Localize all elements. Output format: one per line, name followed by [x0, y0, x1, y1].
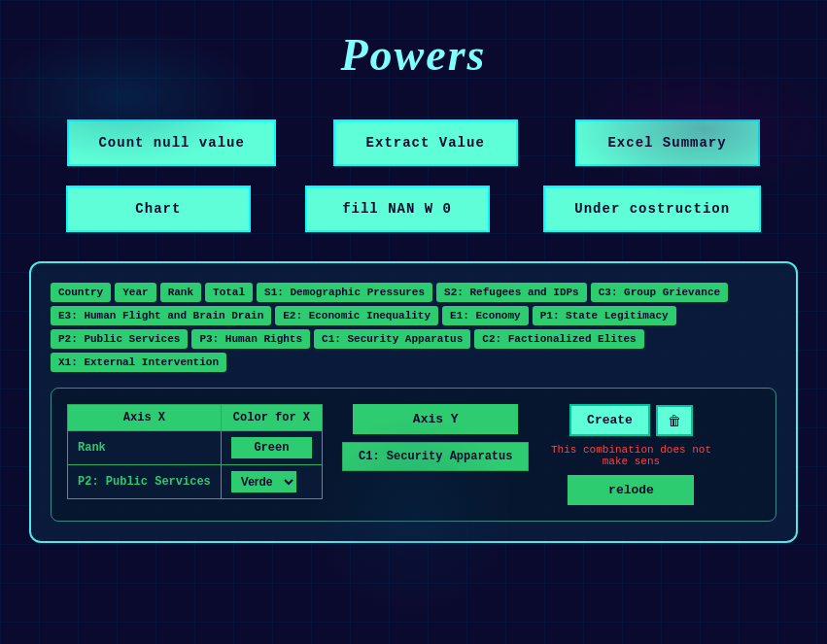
trash-icon: 🗑	[668, 413, 681, 428]
tag-e2--economic-inequality[interactable]: E2: Economic Inequality	[275, 306, 438, 325]
axis-x-rank-color: Green	[221, 431, 322, 465]
chart-config-area: Axis X Color for X Rank Green P2: Public…	[51, 388, 776, 522]
top-buttons-row: Count null value Extract Value Excel Sum…	[0, 100, 827, 176]
trash-button[interactable]: 🗑	[656, 405, 693, 436]
tag-e1--economy[interactable]: E1: Economy	[442, 306, 529, 325]
relode-button[interactable]: relode	[568, 475, 694, 505]
tag-total[interactable]: Total	[205, 283, 253, 302]
axis-x-p2-label: P2: Public Services	[68, 465, 222, 499]
create-btn-row: Create 🗑	[569, 404, 693, 436]
chart-button[interactable]: Chart	[66, 186, 251, 232]
tag-year[interactable]: Year	[115, 283, 155, 302]
axis-x-header: Axis X	[68, 405, 222, 431]
page-title: Powers	[0, 0, 827, 100]
tag-s1--demographic-pressures[interactable]: S1: Demographic Pressures	[257, 283, 432, 302]
tag-e3--human-flight-and-brain-drain[interactable]: E3: Human Flight and Brain Drain	[51, 306, 271, 325]
axis-y-value: C1: Security Apparatus	[342, 442, 529, 471]
color-select-verde[interactable]: Verde Green Blue Red	[231, 471, 296, 492]
create-section: Create 🗑 This combination does not make …	[548, 404, 713, 505]
tag-country[interactable]: Country	[51, 283, 111, 302]
axis-x-rank-label: Rank	[68, 431, 222, 465]
tag-s2--refugees-and-idps[interactable]: S2: Refugees and IDPs	[436, 283, 587, 302]
extract-value-button[interactable]: Extract Value	[333, 119, 518, 166]
create-button[interactable]: Create	[569, 404, 650, 436]
tag-p2--public-services[interactable]: P2: Public Services	[51, 329, 188, 349]
tag-p1--state-legitimacy[interactable]: P1: State Legitimacy	[533, 306, 676, 325]
axis-x-p2-color: Verde Green Blue Red	[221, 465, 322, 499]
warning-text: This combination does not make sens	[548, 444, 713, 467]
second-buttons-row: Chart fill NAN W 0 Under costruction	[0, 176, 827, 252]
axis-x-row-1: Rank Green	[68, 431, 323, 465]
axis-x-table: Axis X Color for X Rank Green P2: Public…	[67, 404, 323, 499]
axis-y-header: Axis Y	[353, 404, 518, 434]
tag-p3--human-rights[interactable]: P3: Human Rights	[191, 329, 310, 349]
axis-x-row-2: P2: Public Services Verde Green Blue Red	[68, 465, 323, 499]
tag-c2--factionalized-elites[interactable]: C2: Factionalized Elites	[474, 329, 643, 349]
excel-summary-button[interactable]: Excel Summary	[575, 119, 760, 166]
color-display-green: Green	[231, 437, 312, 458]
color-x-header: Color for X	[221, 405, 322, 431]
tags-row: CountryYearRankTotalS1: Demographic Pres…	[51, 283, 776, 372]
count-null-button[interactable]: Count null value	[67, 119, 275, 166]
axis-y-section: Axis Y C1: Security Apparatus	[342, 404, 529, 471]
tag-c3--group-grievance[interactable]: C3: Group Grievance	[591, 283, 728, 302]
under-construction-button[interactable]: Under costruction	[543, 186, 761, 232]
axis-x-section: Axis X Color for X Rank Green P2: Public…	[67, 404, 323, 499]
tag-rank[interactable]: Rank	[160, 283, 201, 302]
chart-panel: CountryYearRankTotalS1: Demographic Pres…	[29, 261, 798, 543]
tag-c1--security-apparatus[interactable]: C1: Security Apparatus	[314, 329, 470, 349]
fill-nan-button[interactable]: fill NAN W 0	[305, 186, 490, 232]
tag-x1--external-intervention[interactable]: X1: External Intervention	[51, 353, 226, 372]
